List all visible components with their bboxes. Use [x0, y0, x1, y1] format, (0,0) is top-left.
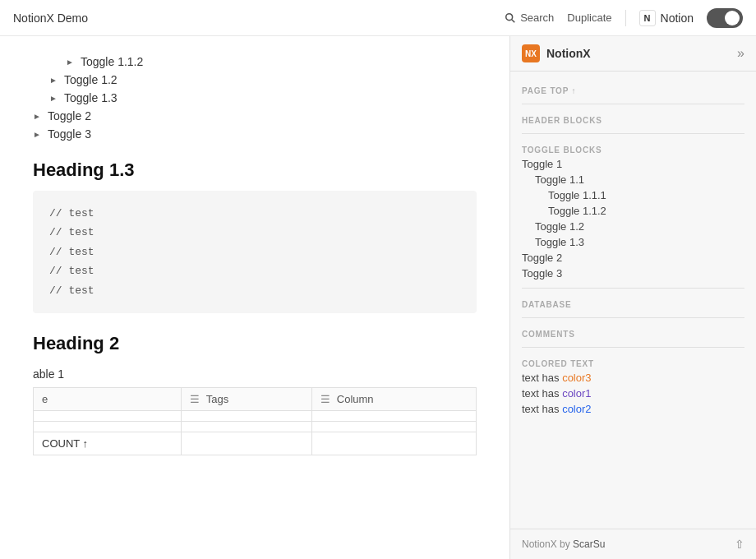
table-cell[interactable] [312, 421, 477, 432]
sidebar-item-toggle3[interactable]: Toggle 3 [522, 266, 744, 281]
toggle-arrow: ► [66, 58, 76, 67]
sidebar: NX NotionX » PAGE TOP ↑ HEADER BLOCKS TO… [509, 36, 756, 559]
section-label-toggles[interactable]: TOGGLE BLOCKS [522, 146, 744, 155]
toggle-switch[interactable] [707, 8, 743, 28]
expand-button[interactable]: » [737, 46, 744, 61]
toggle-item[interactable]: ► Toggle 1.1.2 [66, 53, 477, 71]
sidebar-item-toggle1-3[interactable]: Toggle 1.3 [522, 234, 744, 250]
sidebar-section-comments: COMMENTS [510, 321, 756, 344]
sidebar-section-header: HEADER BLOCKS [510, 108, 756, 130]
content-area: ► Toggle 1.1.2 ► Toggle 1.2 ► Toggle 1.3… [0, 36, 509, 559]
table-cell[interactable] [182, 421, 312, 432]
toggle-arrow: ► [33, 112, 43, 121]
search-label: Search [520, 12, 554, 24]
notion-label: Notion [661, 12, 694, 25]
sidebar-item-toggle1-1-1[interactable]: Toggle 1.1.1 [522, 187, 744, 203]
table-label: able 1 [33, 367, 477, 381]
sidebar-divider [522, 317, 744, 318]
color3-text: text has [522, 372, 562, 384]
toggle-arrow: ► [49, 94, 59, 103]
color3-word: color3 [562, 372, 591, 384]
sidebar-footer: NotionX by ScarSu ⇧ [510, 529, 756, 559]
table-cell[interactable] [312, 410, 477, 421]
table-header-col1[interactable]: e [34, 387, 182, 410]
toggle-item[interactable]: ► Toggle 2 [33, 107, 477, 125]
table-cell-count[interactable]: COUNT ↑ [34, 432, 182, 455]
sidebar-item-toggle1[interactable]: Toggle 1 [522, 156, 744, 172]
section-label-comments[interactable]: COMMENTS [522, 330, 744, 339]
sidebar-title: NotionX [546, 47, 591, 60]
color1-text: text has [522, 387, 562, 400]
color2-word: color2 [562, 403, 591, 415]
table-row [34, 421, 477, 432]
sidebar-item-color3[interactable]: text has color3 [522, 370, 744, 386]
notion-link[interactable]: N Notion [639, 10, 694, 26]
sidebar-item-toggle1-1[interactable]: Toggle 1.1 [522, 172, 744, 187]
section-label-colored[interactable]: COLORED TEXT [522, 359, 744, 368]
table-cell[interactable] [34, 410, 182, 421]
main-layout: ► Toggle 1.1.2 ► Toggle 1.2 ► Toggle 1.3… [0, 36, 756, 559]
sidebar-divider [522, 104, 744, 104]
col1-label: e [42, 393, 48, 405]
table-cell[interactable] [34, 421, 182, 432]
table-row: COUNT ↑ [34, 432, 477, 455]
sidebar-divider [522, 347, 744, 348]
sidebar-divider [522, 288, 744, 289]
data-table: e ☰ Tags ☰ Column [33, 387, 477, 455]
heading-1-3: Heading 1.3 [33, 159, 477, 181]
tags-label: Tags [206, 393, 228, 405]
duplicate-button[interactable]: Duplicate [567, 12, 611, 24]
sidebar-item-color1[interactable]: text has color1 [522, 386, 744, 401]
topbar-divider [625, 10, 626, 26]
toggle-label: Toggle 2 [48, 109, 91, 122]
svg-point-0 [506, 13, 513, 20]
footer-text: NotionX by ScarSu [522, 538, 605, 550]
sidebar-item-color2[interactable]: text has color2 [522, 401, 744, 417]
notion-icon: N [639, 10, 656, 26]
section-label-header[interactable]: HEADER BLOCKS [522, 116, 744, 125]
sidebar-header: NX NotionX » [510, 36, 756, 72]
notionx-icon: NX [522, 44, 540, 62]
toggle-label: Toggle 3 [48, 127, 91, 141]
sidebar-item-toggle1-2[interactable]: Toggle 1.2 [522, 219, 744, 234]
scroll-top-button[interactable]: ⇧ [735, 538, 744, 551]
table-cell[interactable] [182, 410, 312, 421]
sidebar-body: PAGE TOP ↑ HEADER BLOCKS TOGGLE BLOCKS T… [510, 72, 756, 529]
section-label-pagetop[interactable]: PAGE TOP ↑ [522, 86, 744, 95]
section-label-database[interactable]: DATABASE [522, 300, 744, 309]
color2-text: text has [522, 403, 562, 415]
search-icon [505, 12, 516, 24]
svg-line-1 [512, 19, 515, 22]
toggle-item[interactable]: ► Toggle 1.3 [49, 89, 477, 107]
color1-word: color1 [562, 387, 591, 400]
app-title: NotionX Demo [13, 12, 88, 25]
sidebar-divider [522, 133, 744, 134]
search-button[interactable]: Search [505, 12, 554, 24]
sidebar-section-toggles: TOGGLE BLOCKS Toggle 1 Toggle 1.1 Toggle… [510, 137, 756, 284]
toggle-label: Toggle 1.3 [64, 91, 118, 104]
table-header-column[interactable]: ☰ Column [312, 387, 477, 410]
sidebar-item-toggle2[interactable]: Toggle 2 [522, 250, 744, 266]
code-line: // test [49, 281, 460, 300]
toggle-item[interactable]: ► Toggle 1.2 [49, 71, 477, 89]
topbar: NotionX Demo Search Duplicate N Notion [0, 0, 756, 36]
table-cell[interactable] [312, 432, 477, 455]
table-cell[interactable] [182, 432, 312, 455]
sidebar-section-pagetop: PAGE TOP ↑ [510, 78, 756, 100]
tags-icon: ☰ [190, 393, 200, 405]
table-header-tags[interactable]: ☰ Tags [182, 387, 312, 410]
heading-2: Heading 2 [33, 333, 477, 354]
toggle-item[interactable]: ► Toggle 3 [33, 125, 477, 143]
sidebar-header-left: NX NotionX [522, 44, 591, 62]
code-line: // test [49, 204, 460, 223]
toggle-label: Toggle 1.1.2 [81, 55, 143, 68]
footer-author[interactable]: ScarSu [573, 538, 605, 550]
code-block: // test // test // test // test // test [33, 191, 477, 313]
column-icon: ☰ [320, 393, 330, 405]
sidebar-section-colored: COLORED TEXT text has color3 text has co… [510, 351, 756, 420]
toggle-arrow: ► [33, 130, 43, 139]
code-line: // test [49, 243, 460, 261]
sidebar-item-toggle1-1-2[interactable]: Toggle 1.1.2 [522, 203, 744, 219]
sidebar-section-database: DATABASE [510, 292, 756, 314]
column-label: Column [337, 393, 374, 405]
